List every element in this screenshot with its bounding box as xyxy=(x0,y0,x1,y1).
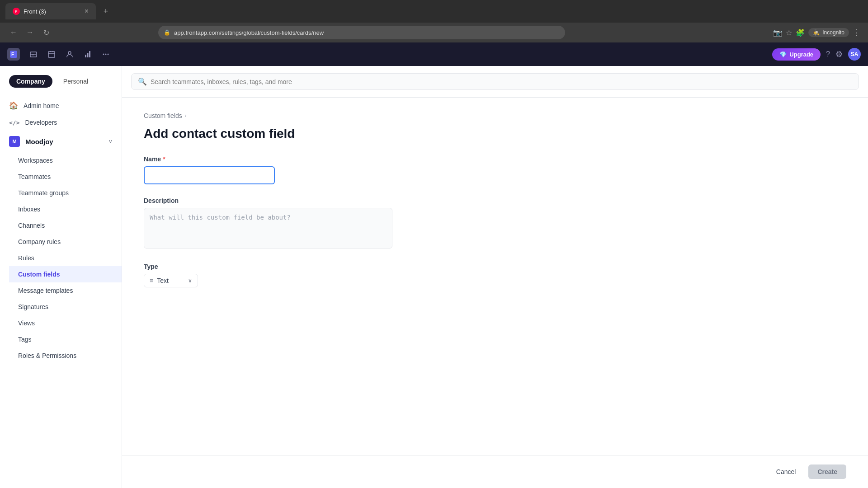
sidebar-item-custom-fields[interactable]: Custom fields xyxy=(9,266,122,282)
custom-fields-label: Custom fields xyxy=(18,271,60,278)
svg-rect-5 xyxy=(85,55,86,57)
right-panel: 🔍 Custom fields › Add contact custom fie… xyxy=(122,66,868,488)
forward-button[interactable]: → xyxy=(24,26,36,39)
incognito-badge: 🕵 Incognito xyxy=(808,28,849,37)
sidebar-item-admin-home-label: Admin home xyxy=(24,102,59,109)
svg-rect-3 xyxy=(48,52,55,57)
upgrade-icon: 💎 xyxy=(779,51,787,58)
workspace-name: Moodjoy xyxy=(25,138,53,145)
svg-point-8 xyxy=(103,54,104,55)
sidebar-item-teammate-groups[interactable]: Teammate groups xyxy=(9,185,122,201)
settings-button[interactable]: ⚙ xyxy=(835,49,843,59)
sidebar-item-workspaces[interactable]: Workspaces xyxy=(9,152,122,169)
tab-favicon: F xyxy=(13,8,20,15)
more-icon[interactable] xyxy=(99,48,112,61)
page-title: Add contact custom field xyxy=(144,127,507,141)
teammates-label: Teammates xyxy=(18,173,51,180)
camera-icon[interactable]: 📷 xyxy=(773,28,782,37)
sidebar-item-tags[interactable]: Tags xyxy=(9,331,122,347)
main-area: Company Personal 🏠 Admin home </> Develo… xyxy=(0,66,868,488)
inbox-icon[interactable] xyxy=(27,48,40,61)
roles-permissions-label: Roles & Permissions xyxy=(18,352,76,359)
description-field-group: Description xyxy=(144,197,507,250)
sidebar-item-inboxes[interactable]: Inboxes xyxy=(9,201,122,217)
help-button[interactable]: ? xyxy=(826,50,830,58)
message-templates-label: Message templates xyxy=(18,287,73,294)
sidebar-group-moodjoy[interactable]: M Moodjoy ∨ xyxy=(0,131,122,152)
workspace-avatar: M xyxy=(9,136,20,147)
description-textarea[interactable] xyxy=(144,208,392,249)
sidebar-sub-items: Workspaces Teammates Teammate groups Inb… xyxy=(0,152,122,364)
search-area: 🔍 xyxy=(122,66,868,98)
type-value: Text xyxy=(157,277,169,284)
bookmark-icon[interactable]: ☆ xyxy=(786,28,792,37)
search-bar[interactable]: 🔍 xyxy=(131,73,859,90)
cancel-button[interactable]: Cancel xyxy=(769,465,803,479)
sidebar-item-company-rules[interactable]: Company rules xyxy=(9,234,122,250)
url-bar[interactable]: 🔒 app.frontapp.com/settings/global/custo… xyxy=(158,26,565,39)
inboxes-label: Inboxes xyxy=(18,206,40,213)
calendar-icon[interactable] xyxy=(45,48,58,61)
sidebar-item-developers-label: Developers xyxy=(25,119,57,126)
rules-label: Rules xyxy=(18,254,34,262)
sidebar-item-roles-permissions[interactable]: Roles & Permissions xyxy=(9,347,122,364)
svg-rect-7 xyxy=(89,51,90,57)
name-field-group: Name * xyxy=(144,155,507,184)
sidebar-tabs: Company Personal xyxy=(0,75,122,97)
breadcrumb-separator: › xyxy=(185,113,187,119)
form-footer: Cancel Create xyxy=(122,455,868,488)
app-topbar: F 💎 Upgrade ? ⚙ xyxy=(0,42,868,66)
channels-label: Channels xyxy=(18,222,45,229)
tab-close-button[interactable]: × xyxy=(85,7,89,15)
incognito-icon: 🕵 xyxy=(813,29,820,36)
teammate-groups-label: Teammate groups xyxy=(18,189,69,197)
sidebar-item-message-templates[interactable]: Message templates xyxy=(9,282,122,299)
upgrade-label: Upgrade xyxy=(789,51,813,58)
name-input[interactable] xyxy=(144,166,275,184)
breadcrumb-custom-fields[interactable]: Custom fields xyxy=(144,112,182,119)
reload-button[interactable]: ↻ xyxy=(40,26,52,39)
workspaces-label: Workspaces xyxy=(18,157,53,164)
description-label: Description xyxy=(144,197,507,204)
sidebar-item-teammates[interactable]: Teammates xyxy=(9,169,122,185)
app-container: F 💎 Upgrade ? ⚙ xyxy=(0,42,868,488)
type-label: Type xyxy=(144,263,507,270)
upgrade-button[interactable]: 💎 Upgrade xyxy=(772,48,821,61)
svg-rect-6 xyxy=(87,53,89,57)
extension-icon[interactable]: 🧩 xyxy=(796,28,805,37)
browser-nav-bar: ← → ↻ 🔒 app.frontapp.com/settings/global… xyxy=(0,23,868,42)
browser-action-icons: 📷 ☆ 🧩 🕵 Incognito ⋮ xyxy=(773,28,861,38)
browser-more-icon[interactable]: ⋮ xyxy=(853,28,861,38)
home-icon: 🏠 xyxy=(9,101,18,110)
tab-company[interactable]: Company xyxy=(9,75,52,88)
tab-personal[interactable]: Personal xyxy=(56,75,95,88)
contacts-icon[interactable] xyxy=(63,48,76,61)
sidebar-item-admin-home[interactable]: 🏠 Admin home xyxy=(0,97,122,114)
svg-point-9 xyxy=(105,54,107,55)
back-button[interactable]: ← xyxy=(7,26,20,39)
create-button[interactable]: Create xyxy=(808,465,846,479)
sidebar-item-channels[interactable]: Channels xyxy=(9,217,122,234)
company-rules-label: Company rules xyxy=(18,238,61,245)
topbar-nav-icons xyxy=(27,48,112,61)
content-wrapper: Custom fields › Add contact custom field… xyxy=(122,98,868,488)
url-text: app.frontapp.com/settings/global/custom-… xyxy=(174,29,324,36)
developers-icon: </> xyxy=(9,119,19,126)
sidebar-item-signatures[interactable]: Signatures xyxy=(9,299,122,315)
signatures-label: Signatures xyxy=(18,303,48,310)
new-tab-button[interactable]: + xyxy=(99,5,112,18)
type-menu-icon: ≡ xyxy=(150,277,153,284)
sidebar-item-developers[interactable]: </> Developers xyxy=(0,114,122,131)
analytics-icon[interactable] xyxy=(81,48,94,61)
browser-tab[interactable]: F Front (3) × xyxy=(5,3,96,19)
search-input[interactable] xyxy=(151,78,852,85)
browser-title-bar: F Front (3) × + xyxy=(0,0,868,23)
sidebar-item-rules[interactable]: Rules xyxy=(9,250,122,266)
type-field-group: Type ≡ Text ∨ xyxy=(144,263,507,287)
content-inner: Custom fields › Add contact custom field… xyxy=(122,98,529,314)
type-dropdown[interactable]: ≡ Text ∨ xyxy=(144,274,198,287)
avatar[interactable]: SA xyxy=(848,48,861,61)
content: Custom fields › Add contact custom field… xyxy=(122,98,868,455)
chevron-down-icon: ∨ xyxy=(188,277,192,284)
sidebar-item-views[interactable]: Views xyxy=(9,315,122,331)
